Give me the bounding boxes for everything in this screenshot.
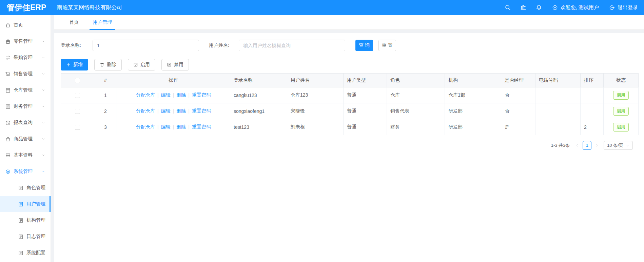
sidebar-item-user-management[interactable]: 用户管理 <box>0 196 51 212</box>
cell-user-type: 普通 <box>344 103 387 119</box>
select-all-checkbox[interactable] <box>75 78 80 83</box>
column-header: 排序 <box>581 74 604 87</box>
row-actions: 分配仓库|编辑|删除|重置密码 <box>117 119 230 135</box>
cell-status: 启用 <box>604 103 639 119</box>
edit-link[interactable]: 编辑 <box>161 124 171 129</box>
sidebar-item-system-management[interactable]: 系统管理 <box>0 163 51 180</box>
login-name-input[interactable] <box>93 40 199 51</box>
enable-button-label: 启用 <box>140 62 150 68</box>
action-separator: | <box>157 108 159 114</box>
edit-link[interactable]: 编辑 <box>161 108 171 114</box>
app-window: 管伊佳ERP 南通某某网络科技有限公司 欢迎您, 测试用户 退出登录 首页零售管… <box>0 0 644 262</box>
sidebar-item-basic-data[interactable]: 基本资料 <box>0 147 51 163</box>
gear-icon <box>5 169 11 175</box>
page-size-select[interactable]: 10 条/页 <box>604 141 633 150</box>
sidebar-item-label: 系统管理 <box>14 168 33 175</box>
delete-link[interactable]: 删除 <box>176 92 186 98</box>
sidebar-item-sales-management[interactable]: 销售管理 <box>0 66 51 82</box>
sidebar-item-label: 报表查询 <box>14 120 33 126</box>
reset-password-link[interactable]: 重置密码 <box>192 92 211 98</box>
edit-link[interactable]: 编辑 <box>161 92 171 98</box>
add-button[interactable]: 新增 <box>61 59 88 70</box>
sidebar-item-warehouse-management[interactable]: 仓库管理 <box>0 82 51 98</box>
content-area: 首页用户管理 登录名称: 用户姓名: 查 询 重 置 新增删除启用禁用 <box>54 15 644 262</box>
delete-link[interactable]: 删除 <box>176 124 186 129</box>
reset-password-link[interactable]: 重置密码 <box>192 108 211 114</box>
action-separator: | <box>173 108 174 114</box>
user-name-input[interactable] <box>239 40 345 51</box>
chevron-down-icon <box>42 40 45 43</box>
user-welcome[interactable]: 欢迎您, 测试用户 <box>552 4 599 11</box>
enable-button[interactable]: 启用 <box>128 59 155 70</box>
sidebar-item-purchase-management[interactable]: 采购管理 <box>0 49 51 66</box>
chevron-down-icon <box>42 137 45 141</box>
delete-button[interactable]: 删除 <box>94 59 122 70</box>
reset-button[interactable]: 重 置 <box>378 40 396 51</box>
tab-home[interactable]: 首页 <box>64 15 84 30</box>
assign-warehouse-link[interactable]: 分配仓库 <box>136 108 155 114</box>
status-badge[interactable]: 启用 <box>613 123 629 132</box>
prev-page-button[interactable] <box>574 141 581 150</box>
status-badge[interactable]: 启用 <box>613 107 629 116</box>
disable-button[interactable]: 禁用 <box>161 59 189 70</box>
sidebar-item-label: 日志管理 <box>26 234 45 240</box>
chevron-left-icon <box>575 143 579 147</box>
cell-user-name: 宋晓锋 <box>287 103 344 119</box>
chevron-down-icon <box>42 56 45 59</box>
down-circle-icon <box>552 5 558 11</box>
sidebar-item-report-query[interactable]: 报表查询 <box>0 115 51 131</box>
cell-user-type: 普通 <box>344 119 387 135</box>
query-button[interactable]: 查 询 <box>355 40 373 51</box>
bag-icon <box>5 136 11 142</box>
assign-warehouse-link[interactable]: 分配仓库 <box>136 124 155 129</box>
sidebar-item-label: 系统配置 <box>26 250 45 256</box>
chevron-down-icon <box>42 154 45 157</box>
next-page-button[interactable] <box>593 141 600 150</box>
plus-icon <box>66 62 71 67</box>
action-separator: | <box>157 124 159 129</box>
search-icon[interactable] <box>505 4 511 11</box>
delete-link[interactable]: 删除 <box>176 108 186 114</box>
status-badge[interactable]: 启用 <box>613 91 629 100</box>
sidebar-item-finance-management[interactable]: 财务管理 <box>0 98 51 115</box>
chevron-down-icon <box>42 121 45 124</box>
bell-icon[interactable] <box>536 4 542 11</box>
table-row: 2分配仓库|编辑|删除|重置密码songxiaofeng1宋晓锋普通销售代表研发… <box>61 103 639 119</box>
cell-user-name: 刘老根 <box>287 119 344 135</box>
chevron-down-icon <box>626 144 629 147</box>
sidebar-item-log-management[interactable]: 日志管理 <box>0 228 51 245</box>
sidebar-item-retail-management[interactable]: 零售管理 <box>0 33 51 49</box>
row-checkbox[interactable] <box>75 109 80 114</box>
cell-phone <box>535 119 581 135</box>
reset-password-link[interactable]: 重置密码 <box>192 124 211 129</box>
x-square-icon <box>167 62 172 67</box>
tab-user-management[interactable]: 用户管理 <box>87 15 117 30</box>
sidebar-item-home[interactable]: 首页 <box>0 17 51 33</box>
page-number-button[interactable]: 1 <box>583 141 591 150</box>
cell-user-type: 普通 <box>344 87 387 103</box>
cell-organization: 研发部 <box>445 119 501 135</box>
action-separator: | <box>188 124 190 129</box>
row-checkbox[interactable] <box>75 93 80 98</box>
bank-icon[interactable] <box>520 4 526 11</box>
sidebar-item-role-management[interactable]: 角色管理 <box>0 180 51 196</box>
column-header: 状态 <box>604 74 639 87</box>
login-name-label: 登录名称: <box>61 42 82 48</box>
table-row: 1分配仓库|编辑|删除|重置密码cangku123仓库123普通仓库仓库1部否启… <box>61 87 639 103</box>
column-header: 登录名称 <box>230 74 287 87</box>
doc-icon <box>18 218 24 223</box>
finance-icon <box>5 104 11 109</box>
table-row: 3分配仓库|编辑|删除|重置密码test123刘老根普通财务研发部是2启用 <box>61 119 639 135</box>
chevron-right-icon <box>595 143 599 147</box>
row-checkbox[interactable] <box>75 125 80 130</box>
sidebar-item-product-management[interactable]: 商品管理 <box>0 131 51 147</box>
sidebar-item-system-config[interactable]: 系统配置 <box>0 245 51 261</box>
logout-button[interactable]: 退出登录 <box>609 4 638 11</box>
sidebar-item-org-management[interactable]: 机构管理 <box>0 212 51 228</box>
logout-icon <box>609 5 615 11</box>
action-separator: | <box>173 92 174 98</box>
cell-phone <box>535 87 581 103</box>
column-header: # <box>94 74 117 87</box>
assign-warehouse-link[interactable]: 分配仓库 <box>136 92 155 98</box>
cell-login-name: songxiaofeng1 <box>230 103 287 119</box>
